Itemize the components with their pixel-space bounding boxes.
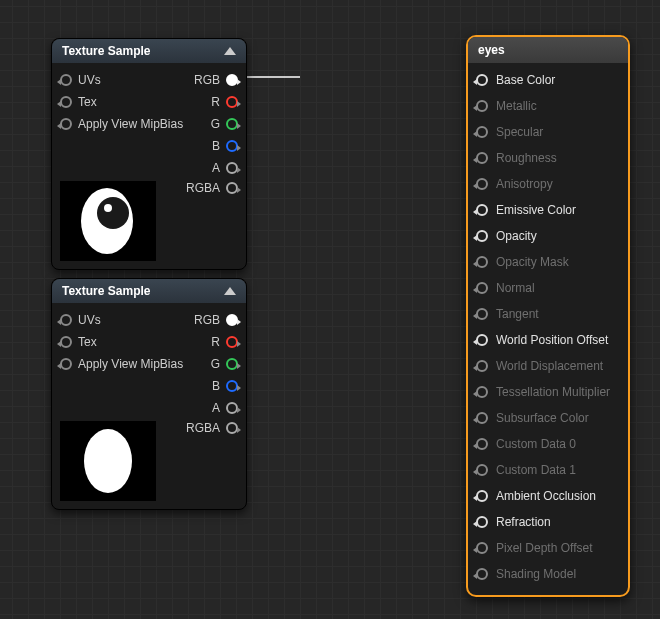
material-pin-custom-data-1[interactable]: Custom Data 1 bbox=[476, 457, 620, 483]
material-pin-world-displacement[interactable]: World Displacement bbox=[476, 353, 620, 379]
output-pin-b[interactable]: B bbox=[212, 379, 238, 393]
input-pin-tex[interactable]: Tex bbox=[60, 335, 97, 349]
pin-socket-icon bbox=[476, 204, 488, 216]
pin-socket-icon bbox=[476, 282, 488, 294]
pin-label: Tangent bbox=[496, 307, 539, 321]
material-title: eyes bbox=[478, 43, 505, 57]
texture-sample-node-1[interactable]: Texture Sample UVs RGB Tex R Apply View … bbox=[51, 38, 247, 270]
pin-label: Specular bbox=[496, 125, 543, 139]
output-pin-g[interactable]: G bbox=[211, 357, 238, 371]
pin-socket-icon bbox=[476, 334, 488, 346]
pin-socket-icon bbox=[476, 568, 488, 580]
input-pin-uvs[interactable]: UVs bbox=[60, 73, 101, 87]
output-pin-r[interactable]: R bbox=[211, 95, 238, 109]
svg-point-5 bbox=[84, 429, 132, 493]
pin-label: World Position Offset bbox=[496, 333, 608, 347]
svg-point-3 bbox=[104, 204, 112, 212]
material-pin-base-color[interactable]: Base Color bbox=[476, 67, 620, 93]
output-pin-a[interactable]: A bbox=[212, 161, 238, 175]
material-pin-custom-data-0[interactable]: Custom Data 0 bbox=[476, 431, 620, 457]
node-header[interactable]: Texture Sample bbox=[52, 39, 246, 63]
material-pin-anisotropy[interactable]: Anisotropy bbox=[476, 171, 620, 197]
pin-socket-icon bbox=[476, 360, 488, 372]
material-pin-opacity-mask[interactable]: Opacity Mask bbox=[476, 249, 620, 275]
pin-socket-icon bbox=[476, 542, 488, 554]
pin-label: Pixel Depth Offset bbox=[496, 541, 593, 555]
pin-socket-icon bbox=[476, 386, 488, 398]
material-pin-specular[interactable]: Specular bbox=[476, 119, 620, 145]
pin-label: Anisotropy bbox=[496, 177, 553, 191]
pin-label: Custom Data 1 bbox=[496, 463, 576, 477]
material-pin-shading-model[interactable]: Shading Model bbox=[476, 561, 620, 587]
pin-label: Normal bbox=[496, 281, 535, 295]
pin-socket-icon bbox=[476, 308, 488, 320]
material-pin-tangent[interactable]: Tangent bbox=[476, 301, 620, 327]
collapse-toggle-icon[interactable] bbox=[224, 287, 236, 295]
input-pin-mipbias[interactable]: Apply View MipBias bbox=[60, 357, 183, 371]
pin-socket-icon bbox=[476, 74, 488, 86]
pin-label: Tessellation Multiplier bbox=[496, 385, 610, 399]
texture-preview-thumbnail[interactable] bbox=[60, 181, 156, 261]
output-pin-r[interactable]: R bbox=[211, 335, 238, 349]
pin-label: Metallic bbox=[496, 99, 537, 113]
pin-socket-icon bbox=[476, 100, 488, 112]
pin-label: Emissive Color bbox=[496, 203, 576, 217]
pin-socket-icon bbox=[476, 256, 488, 268]
texture-preview-thumbnail[interactable] bbox=[60, 421, 156, 501]
material-pin-refraction[interactable]: Refraction bbox=[476, 509, 620, 535]
material-pin-ambient-occlusion[interactable]: Ambient Occlusion bbox=[476, 483, 620, 509]
pin-label: Subsurface Color bbox=[496, 411, 589, 425]
pin-label: World Displacement bbox=[496, 359, 603, 373]
input-pin-uvs[interactable]: UVs bbox=[60, 313, 101, 327]
input-pin-tex[interactable]: Tex bbox=[60, 95, 97, 109]
material-pin-metallic[interactable]: Metallic bbox=[476, 93, 620, 119]
pin-socket-icon bbox=[476, 516, 488, 528]
output-pin-rgba[interactable]: RGBA bbox=[186, 421, 238, 435]
pin-label: Shading Model bbox=[496, 567, 576, 581]
pin-socket-icon bbox=[476, 464, 488, 476]
pin-socket-icon bbox=[476, 230, 488, 242]
pin-label: Opacity bbox=[496, 229, 537, 243]
material-pin-world-position-offset[interactable]: World Position Offset bbox=[476, 327, 620, 353]
input-pin-mipbias[interactable]: Apply View MipBias bbox=[60, 117, 183, 131]
pin-label: Base Color bbox=[496, 73, 555, 87]
output-pin-a[interactable]: A bbox=[212, 401, 238, 415]
pin-label: Refraction bbox=[496, 515, 551, 529]
output-pin-b[interactable]: B bbox=[212, 139, 238, 153]
material-pin-subsurface-color[interactable]: Subsurface Color bbox=[476, 405, 620, 431]
material-pin-emissive-color[interactable]: Emissive Color bbox=[476, 197, 620, 223]
texture-sample-node-2[interactable]: Texture Sample UVs RGB Tex R Apply View … bbox=[51, 278, 247, 510]
pin-socket-icon bbox=[476, 178, 488, 190]
output-pin-rgb[interactable]: RGB bbox=[194, 313, 238, 327]
pin-label: Roughness bbox=[496, 151, 557, 165]
output-pin-rgb[interactable]: RGB bbox=[194, 73, 238, 87]
material-pin-pixel-depth-offset[interactable]: Pixel Depth Offset bbox=[476, 535, 620, 561]
material-node-header[interactable]: eyes bbox=[468, 37, 628, 63]
material-pin-roughness[interactable]: Roughness bbox=[476, 145, 620, 171]
pin-socket-icon bbox=[476, 412, 488, 424]
pin-label: Custom Data 0 bbox=[496, 437, 576, 451]
pin-label: Opacity Mask bbox=[496, 255, 569, 269]
pin-label: Ambient Occlusion bbox=[496, 489, 596, 503]
pin-socket-icon bbox=[476, 438, 488, 450]
output-pin-g[interactable]: G bbox=[211, 117, 238, 131]
pin-socket-icon bbox=[476, 152, 488, 164]
pin-socket-icon bbox=[476, 126, 488, 138]
svg-point-2 bbox=[97, 197, 129, 229]
collapse-toggle-icon[interactable] bbox=[224, 47, 236, 55]
material-pin-opacity[interactable]: Opacity bbox=[476, 223, 620, 249]
material-pin-tessellation-multiplier[interactable]: Tessellation Multiplier bbox=[476, 379, 620, 405]
material-result-node[interactable]: eyes Base ColorMetallicSpecularRoughness… bbox=[466, 35, 630, 597]
node-title: Texture Sample bbox=[62, 44, 150, 58]
material-pin-normal[interactable]: Normal bbox=[476, 275, 620, 301]
pin-socket-icon bbox=[476, 490, 488, 502]
node-title: Texture Sample bbox=[62, 284, 150, 298]
node-header[interactable]: Texture Sample bbox=[52, 279, 246, 303]
output-pin-rgba[interactable]: RGBA bbox=[186, 181, 238, 195]
